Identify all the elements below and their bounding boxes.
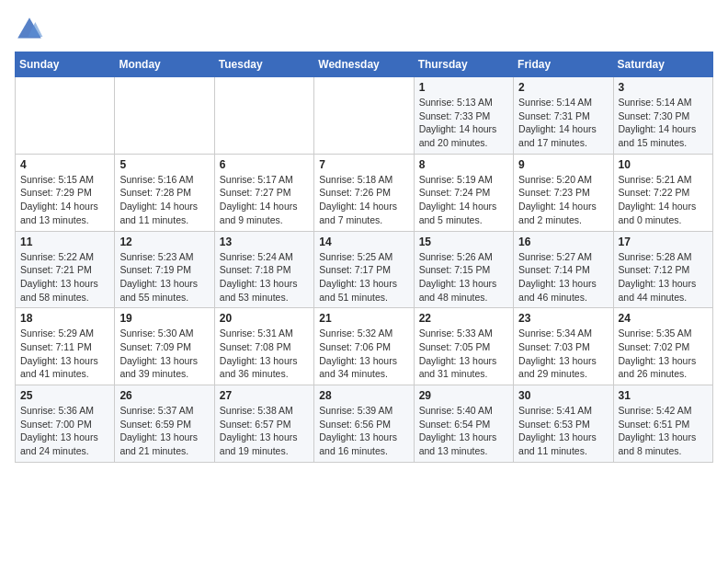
calendar-cell: 21Sunrise: 5:32 AM Sunset: 7:06 PM Dayli… — [314, 308, 414, 385]
day-info: Sunrise: 5:35 AM Sunset: 7:02 PM Dayligh… — [619, 327, 708, 381]
day-info: Sunrise: 5:18 AM Sunset: 7:26 PM Dayligh… — [319, 173, 408, 227]
day-number: 25 — [20, 389, 109, 402]
calendar-cell: 22Sunrise: 5:33 AM Sunset: 7:05 PM Dayli… — [414, 308, 513, 385]
day-info: Sunrise: 5:21 AM Sunset: 7:22 PM Dayligh… — [619, 173, 708, 227]
day-number: 23 — [518, 312, 608, 325]
weekday-header: Friday — [514, 52, 613, 77]
calendar-cell: 31Sunrise: 5:42 AM Sunset: 6:51 PM Dayli… — [613, 385, 712, 463]
calendar-cell: 27Sunrise: 5:38 AM Sunset: 6:57 PM Dayli… — [214, 385, 313, 463]
calendar-cell: 18Sunrise: 5:29 AM Sunset: 7:11 PM Dayli… — [16, 308, 115, 385]
calendar-cell: 24Sunrise: 5:35 AM Sunset: 7:02 PM Dayli… — [613, 308, 712, 385]
day-info: Sunrise: 5:14 AM Sunset: 7:30 PM Dayligh… — [619, 96, 708, 150]
calendar-cell: 9Sunrise: 5:20 AM Sunset: 7:23 PM Daylig… — [514, 154, 613, 231]
day-number: 5 — [119, 158, 209, 171]
day-info: Sunrise: 5:39 AM Sunset: 6:56 PM Dayligh… — [319, 404, 408, 458]
calendar-cell — [214, 77, 313, 155]
calendar-cell: 10Sunrise: 5:21 AM Sunset: 7:22 PM Dayli… — [613, 154, 712, 231]
calendar-cell: 5Sunrise: 5:16 AM Sunset: 7:28 PM Daylig… — [115, 154, 214, 231]
calendar-cell: 28Sunrise: 5:39 AM Sunset: 6:56 PM Dayli… — [314, 385, 414, 463]
day-number: 27 — [220, 389, 309, 402]
calendar-cell — [16, 77, 115, 155]
day-info: Sunrise: 5:42 AM Sunset: 6:51 PM Dayligh… — [619, 404, 708, 458]
day-info: Sunrise: 5:37 AM Sunset: 6:59 PM Dayligh… — [119, 404, 209, 458]
day-info: Sunrise: 5:20 AM Sunset: 7:23 PM Dayligh… — [518, 173, 608, 227]
calendar-cell: 30Sunrise: 5:41 AM Sunset: 6:53 PM Dayli… — [514, 385, 613, 463]
day-number: 28 — [319, 389, 408, 402]
day-info: Sunrise: 5:29 AM Sunset: 7:11 PM Dayligh… — [20, 327, 109, 381]
day-number: 30 — [518, 389, 608, 402]
day-info: Sunrise: 5:38 AM Sunset: 6:57 PM Dayligh… — [220, 404, 309, 458]
day-number: 21 — [319, 312, 408, 325]
day-info: Sunrise: 5:15 AM Sunset: 7:29 PM Dayligh… — [20, 173, 109, 227]
day-info: Sunrise: 5:34 AM Sunset: 7:03 PM Dayligh… — [518, 327, 608, 381]
day-number: 20 — [220, 312, 309, 325]
day-info: Sunrise: 5:31 AM Sunset: 7:08 PM Dayligh… — [220, 327, 309, 381]
day-number: 31 — [619, 389, 708, 402]
weekday-row: SundayMondayTuesdayWednesdayThursdayFrid… — [16, 52, 713, 77]
calendar-cell — [314, 77, 414, 155]
day-number: 24 — [619, 312, 708, 325]
day-number: 4 — [20, 158, 109, 171]
calendar-cell: 20Sunrise: 5:31 AM Sunset: 7:08 PM Dayli… — [214, 308, 313, 385]
calendar-week-row: 1Sunrise: 5:13 AM Sunset: 7:33 PM Daylig… — [16, 77, 713, 155]
day-info: Sunrise: 5:28 AM Sunset: 7:12 PM Dayligh… — [619, 250, 708, 304]
calendar-week-row: 18Sunrise: 5:29 AM Sunset: 7:11 PM Dayli… — [16, 308, 713, 385]
calendar-cell: 1Sunrise: 5:13 AM Sunset: 7:33 PM Daylig… — [414, 77, 513, 155]
calendar-cell: 11Sunrise: 5:22 AM Sunset: 7:21 PM Dayli… — [16, 231, 115, 308]
day-number: 9 — [518, 158, 608, 171]
day-info: Sunrise: 5:30 AM Sunset: 7:09 PM Dayligh… — [119, 327, 209, 381]
calendar-cell: 3Sunrise: 5:14 AM Sunset: 7:30 PM Daylig… — [613, 77, 712, 155]
calendar-header: SundayMondayTuesdayWednesdayThursdayFrid… — [16, 52, 713, 77]
calendar-cell: 8Sunrise: 5:19 AM Sunset: 7:24 PM Daylig… — [414, 154, 513, 231]
day-number: 18 — [20, 312, 109, 325]
logo-icon — [15, 15, 44, 44]
day-info: Sunrise: 5:33 AM Sunset: 7:05 PM Dayligh… — [419, 327, 508, 381]
day-number: 8 — [419, 158, 508, 171]
calendar-week-row: 4Sunrise: 5:15 AM Sunset: 7:29 PM Daylig… — [16, 154, 713, 231]
calendar-table: SundayMondayTuesdayWednesdayThursdayFrid… — [15, 52, 713, 463]
weekday-header: Monday — [115, 52, 214, 77]
calendar-cell: 17Sunrise: 5:28 AM Sunset: 7:12 PM Dayli… — [613, 231, 712, 308]
calendar-week-row: 25Sunrise: 5:36 AM Sunset: 7:00 PM Dayli… — [16, 385, 713, 463]
calendar-cell: 2Sunrise: 5:14 AM Sunset: 7:31 PM Daylig… — [514, 77, 613, 155]
calendar-cell: 29Sunrise: 5:40 AM Sunset: 6:54 PM Dayli… — [414, 385, 513, 463]
calendar-cell: 26Sunrise: 5:37 AM Sunset: 6:59 PM Dayli… — [115, 385, 214, 463]
weekday-header: Sunday — [16, 52, 115, 77]
day-info: Sunrise: 5:22 AM Sunset: 7:21 PM Dayligh… — [20, 250, 109, 304]
day-number: 1 — [419, 81, 508, 94]
day-number: 22 — [419, 312, 508, 325]
day-info: Sunrise: 5:17 AM Sunset: 7:27 PM Dayligh… — [220, 173, 309, 227]
weekday-header: Saturday — [613, 52, 712, 77]
calendar-cell: 16Sunrise: 5:27 AM Sunset: 7:14 PM Dayli… — [514, 231, 613, 308]
calendar-cell: 6Sunrise: 5:17 AM Sunset: 7:27 PM Daylig… — [214, 154, 313, 231]
day-number: 16 — [518, 236, 608, 248]
weekday-header: Thursday — [414, 52, 513, 77]
weekday-header: Wednesday — [314, 52, 414, 77]
day-number: 29 — [419, 389, 508, 402]
calendar-cell: 14Sunrise: 5:25 AM Sunset: 7:17 PM Dayli… — [314, 231, 414, 308]
calendar-cell: 19Sunrise: 5:30 AM Sunset: 7:09 PM Dayli… — [115, 308, 214, 385]
day-info: Sunrise: 5:27 AM Sunset: 7:14 PM Dayligh… — [518, 250, 608, 304]
day-number: 15 — [419, 236, 508, 248]
page-header — [15, 15, 713, 44]
logo — [15, 15, 48, 44]
day-info: Sunrise: 5:40 AM Sunset: 6:54 PM Dayligh… — [419, 404, 508, 458]
day-info: Sunrise: 5:36 AM Sunset: 7:00 PM Dayligh… — [20, 404, 109, 458]
day-number: 12 — [119, 236, 209, 248]
calendar-cell: 13Sunrise: 5:24 AM Sunset: 7:18 PM Dayli… — [214, 231, 313, 308]
day-number: 14 — [319, 236, 408, 248]
day-number: 2 — [518, 81, 608, 94]
day-info: Sunrise: 5:13 AM Sunset: 7:33 PM Dayligh… — [419, 96, 508, 150]
calendar-cell: 12Sunrise: 5:23 AM Sunset: 7:19 PM Dayli… — [115, 231, 214, 308]
calendar-cell: 7Sunrise: 5:18 AM Sunset: 7:26 PM Daylig… — [314, 154, 414, 231]
day-number: 7 — [319, 158, 408, 171]
calendar-cell: 15Sunrise: 5:26 AM Sunset: 7:15 PM Dayli… — [414, 231, 513, 308]
day-number: 10 — [619, 158, 708, 171]
calendar-cell: 4Sunrise: 5:15 AM Sunset: 7:29 PM Daylig… — [16, 154, 115, 231]
weekday-header: Tuesday — [214, 52, 313, 77]
calendar-body: 1Sunrise: 5:13 AM Sunset: 7:33 PM Daylig… — [16, 77, 713, 463]
day-number: 11 — [20, 236, 109, 248]
day-info: Sunrise: 5:32 AM Sunset: 7:06 PM Dayligh… — [319, 327, 408, 381]
calendar-cell: 23Sunrise: 5:34 AM Sunset: 7:03 PM Dayli… — [514, 308, 613, 385]
calendar-cell: 25Sunrise: 5:36 AM Sunset: 7:00 PM Dayli… — [16, 385, 115, 463]
